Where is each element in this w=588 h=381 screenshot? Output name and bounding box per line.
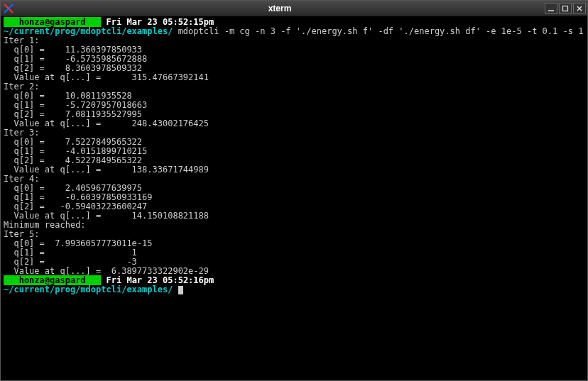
prompt-time: Fri Mar 23 05:52:15pm (101, 17, 214, 27)
terminal-content[interactable]: honza@gaspard Fri Mar 23 05:52:15pm ~/cu… (1, 16, 587, 380)
svg-rect-3 (563, 6, 568, 11)
window-title: xterm (15, 4, 545, 13)
titlebar[interactable]: xterm (1, 1, 587, 16)
xterm-window: xterm honza@gaspard Fri Mar 23 05:52:15p… (0, 0, 588, 381)
maximize-button[interactable] (559, 3, 572, 14)
app-icon (2, 2, 15, 15)
window-buttons (545, 3, 586, 14)
prompt-path: ~/current/prog/mdoptcli/examples/ (4, 26, 173, 36)
cursor (178, 286, 183, 294)
minimize-button[interactable] (545, 3, 557, 14)
prompt-user: honza@gaspard (4, 17, 101, 27)
prompt-user: honza@gaspard (4, 275, 101, 285)
command-text: mdoptcli -m cg -n 3 -f './energy.sh f' -… (173, 26, 587, 36)
output-block: Iter 1: q[0] = 11.360397850933 q[1] = -6… (4, 36, 584, 276)
close-button[interactable] (573, 3, 586, 14)
prompt-time: Fri Mar 23 05:52:16pm (101, 275, 214, 285)
prompt-path: ~/current/prog/mdoptcli/examples/ (4, 285, 173, 294)
